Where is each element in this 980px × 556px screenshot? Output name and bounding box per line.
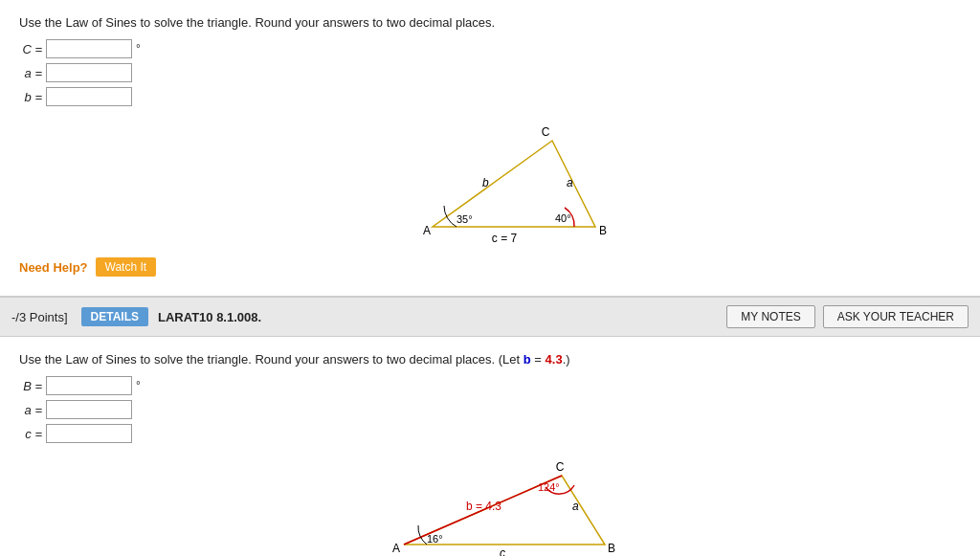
vertex-A2-label: A [392,542,400,555]
section-2: Use the Law of Sines to solve the triang… [0,337,980,556]
input-B[interactable] [46,376,132,395]
input-row-a: a = [19,63,961,82]
problem-id: LARAT10 8.1.008. [158,310,717,324]
side-c2-label: c [500,546,505,556]
label-b: b = [19,90,42,104]
input-a[interactable] [46,63,132,82]
side-a-label: a [567,176,573,189]
my-notes-button[interactable]: MY NOTES [726,305,814,328]
label-c2: c = [19,427,42,441]
input-row-B: B = ° [19,376,961,395]
vertex-B-label: B [599,224,607,237]
label-a: a = [19,66,42,80]
vertex-C-label: C [542,125,550,139]
angle-A2-label: 16° [427,533,443,545]
section-1: Use the Law of Sines to solve the triang… [0,0,980,297]
vertex-B2-label: B [608,542,615,555]
vertex-C2-label: C [556,460,565,474]
side-b2-label: b = 4.3 [466,500,501,513]
instruction-2: Use the Law of Sines to solve the triang… [19,352,961,367]
input-b[interactable] [46,87,132,106]
angle-A-label: 35° [457,213,473,225]
input-row-C: C = ° [19,39,961,58]
watch-it-btn-1[interactable]: Watch It [96,257,157,277]
triangle-diagram-1: C A B b a c = 7 35° 40° [57,122,961,246]
section-2-header: -/3 Points] DETAILS LARAT10 8.1.008. MY … [0,297,980,337]
input-row-a2: a = [19,400,961,419]
need-help-text-1: Need Help? [19,260,88,275]
triangle-diagram-2: C A B b = 4.3 a c 16° 124° [57,458,961,556]
label-a2: a = [19,403,42,417]
vertex-A-label: A [423,224,431,237]
degree-B: ° [136,379,141,392]
side-a2-label: a [572,500,579,513]
input-row-b: b = [19,87,961,106]
points-label: -/3 Points] [11,310,68,324]
input-row-c2: c = [19,424,961,443]
angle-B-label: 40° [555,212,571,224]
need-help-1: Need Help? Watch It [19,257,961,277]
side-c-label: c = 7 [492,232,518,245]
input-C[interactable] [46,39,132,58]
triangle-svg-2: C A B b = 4.3 a c 16° 124° [385,458,634,556]
label-C: C = [19,42,42,56]
triangle-svg-1: C A B b a c = 7 35° 40° [404,122,614,246]
instruction-1: Use the Law of Sines to solve the triang… [19,15,961,30]
label-B: B = [19,379,42,393]
degree-C: ° [136,42,141,56]
details-button[interactable]: DETAILS [81,307,148,326]
ask-teacher-button[interactable]: ASK YOUR TEACHER [823,305,969,328]
angle-C2-label: 124° [538,481,560,493]
header-buttons: MY NOTES ASK YOUR TEACHER [726,305,969,328]
side-b-label: b [482,176,489,189]
input-c2[interactable] [46,424,132,443]
input-a2[interactable] [46,400,132,419]
